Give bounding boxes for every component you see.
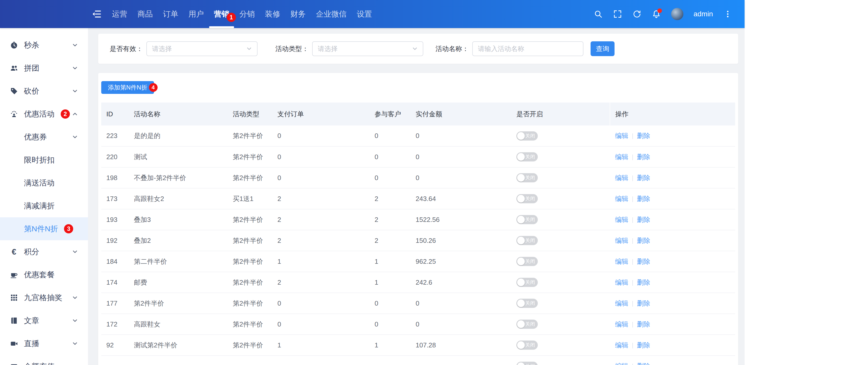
- edit-link[interactable]: 编辑: [615, 362, 628, 365]
- nav-menu-item[interactable]: 装修: [265, 0, 280, 28]
- activity-name-input[interactable]: [472, 41, 583, 56]
- sidebar-item[interactable]: 砍价: [0, 80, 88, 102]
- sidebar-item[interactable]: 优惠套餐: [0, 263, 88, 286]
- edit-link[interactable]: 编辑: [615, 174, 628, 182]
- cell-paid-amount: 150.26: [410, 230, 511, 251]
- enable-toggle[interactable]: 关闭: [516, 320, 538, 329]
- nav-menu-item[interactable]: 企业微信: [316, 0, 346, 28]
- bell-icon[interactable]: [652, 9, 661, 19]
- action-divider: [632, 155, 633, 160]
- edit-link[interactable]: 编辑: [615, 237, 628, 244]
- cell-activity-type: 第2件半价: [228, 146, 272, 167]
- nav-menu-item-label: 装修: [265, 9, 280, 20]
- add-button-badge: 4: [149, 83, 158, 92]
- edit-link[interactable]: 编辑: [615, 341, 628, 349]
- refresh-icon[interactable]: [632, 9, 642, 19]
- cell-actions: 编辑删除: [610, 251, 735, 272]
- delete-link[interactable]: 删除: [637, 174, 650, 182]
- table-row: 173高跟鞋女2买1送122243.64关闭编辑删除: [101, 188, 735, 209]
- toggle-knob: [517, 153, 525, 161]
- sidebar-item[interactable]: 拼团: [0, 57, 88, 80]
- delete-link[interactable]: 删除: [637, 362, 650, 365]
- logo-area: [0, 0, 88, 28]
- delete-link[interactable]: 删除: [637, 216, 650, 223]
- enable-toggle[interactable]: 关闭: [516, 152, 538, 161]
- sidebar-item[interactable]: 优惠活动2: [0, 102, 88, 125]
- sidebar-item[interactable]: €积分: [0, 240, 88, 263]
- cell-id: 223: [101, 125, 129, 146]
- sidebar-notification-badge: 2: [61, 110, 70, 119]
- edit-link[interactable]: 编辑: [615, 195, 628, 203]
- enable-toggle[interactable]: 关闭: [516, 131, 538, 141]
- delete-link[interactable]: 删除: [637, 299, 650, 307]
- sidebar-item[interactable]: 优惠券: [0, 125, 88, 148]
- nav-menu-item[interactable]: 商品: [137, 0, 153, 28]
- avatar[interactable]: [671, 8, 683, 20]
- sidebar-item[interactable]: 秒杀: [0, 34, 88, 57]
- action-divider: [632, 322, 633, 328]
- edit-link[interactable]: 编辑: [615, 132, 628, 140]
- cell-pay-orders: 1: [272, 251, 370, 272]
- sidebar-item[interactable]: 文章: [0, 309, 88, 332]
- cell-actions: 编辑删除: [610, 188, 735, 209]
- edit-link[interactable]: 编辑: [615, 278, 628, 286]
- sidebar-item-label: 金额充值: [24, 361, 55, 365]
- enable-toggle[interactable]: 关闭: [516, 215, 538, 224]
- nav-menu-item[interactable]: 营销1: [214, 0, 229, 28]
- sidebar-item[interactable]: 九宫格抽奖: [0, 286, 88, 309]
- enable-toggle[interactable]: 关闭: [516, 340, 538, 350]
- edit-link[interactable]: 编辑: [615, 257, 628, 265]
- nav-menu-item[interactable]: 用户: [188, 0, 204, 28]
- enable-toggle[interactable]: 关闭: [516, 194, 538, 203]
- delete-link[interactable]: 删除: [637, 321, 650, 328]
- cell-pay-orders: 0: [272, 146, 370, 167]
- toggle-state-label: 关闭: [525, 195, 535, 202]
- chevron-down-icon: [72, 65, 78, 71]
- add-activity-button[interactable]: 添加第N件N折 4: [101, 81, 154, 94]
- username[interactable]: admin: [693, 10, 713, 18]
- edit-link[interactable]: 编辑: [615, 216, 628, 223]
- delete-link[interactable]: 删除: [637, 278, 650, 286]
- enable-toggle[interactable]: 关闭: [516, 299, 538, 308]
- enable-toggle[interactable]: 关闭: [516, 257, 538, 266]
- edit-link[interactable]: 编辑: [615, 321, 628, 328]
- valid-select-placeholder: 请选择: [152, 44, 246, 53]
- cell-pay-orders: [272, 356, 370, 365]
- delete-link[interactable]: 删除: [637, 341, 650, 349]
- search-icon[interactable]: [594, 9, 603, 19]
- delete-link[interactable]: 删除: [637, 132, 650, 140]
- sidebar-item-label: 优惠套餐: [24, 270, 55, 280]
- grid-icon: [10, 293, 18, 302]
- cell-pay-orders: 0: [272, 314, 370, 335]
- nav-menu-item[interactable]: 财务: [290, 0, 306, 28]
- toggle-state-label: 关闭: [525, 154, 535, 160]
- more-options-icon[interactable]: [723, 9, 732, 19]
- delete-link[interactable]: 删除: [637, 153, 650, 161]
- edit-link[interactable]: 编辑: [615, 299, 628, 307]
- sidebar-item[interactable]: 满送活动: [0, 172, 88, 194]
- enable-toggle[interactable]: 关闭: [516, 236, 538, 245]
- nav-menu-item[interactable]: 订单: [163, 0, 178, 28]
- activity-type-select[interactable]: 请选择: [312, 41, 423, 56]
- delete-link[interactable]: 删除: [637, 237, 650, 244]
- fullscreen-icon[interactable]: [613, 9, 622, 19]
- nav-menu-item[interactable]: 运营: [112, 0, 127, 28]
- enable-toggle[interactable]: 关闭: [516, 173, 538, 182]
- sidebar-item[interactable]: 直播: [0, 332, 88, 355]
- enable-toggle[interactable]: 关闭: [516, 362, 538, 365]
- sidebar-item[interactable]: 第N件N折3: [0, 217, 88, 240]
- sidebar-item[interactable]: 满减满折: [0, 194, 88, 217]
- sidebar-item[interactable]: 限时折扣: [0, 148, 88, 172]
- nav-menu-item[interactable]: 设置: [357, 0, 372, 28]
- delete-link[interactable]: 删除: [637, 195, 650, 203]
- enable-toggle[interactable]: 关闭: [516, 278, 538, 287]
- delete-link[interactable]: 删除: [637, 257, 650, 265]
- search-button[interactable]: 查询: [591, 41, 615, 56]
- cup-icon: [10, 270, 18, 279]
- nav-menu-item[interactable]: 分销: [240, 0, 255, 28]
- collapse-sidebar-icon[interactable]: [92, 9, 102, 19]
- admin-app: 运营商品订单用户营销1分销装修财务企业微信设置: [0, 0, 745, 365]
- edit-link[interactable]: 编辑: [615, 153, 628, 161]
- valid-select[interactable]: 请选择: [146, 41, 257, 56]
- sidebar-item[interactable]: 金额充值: [0, 355, 88, 365]
